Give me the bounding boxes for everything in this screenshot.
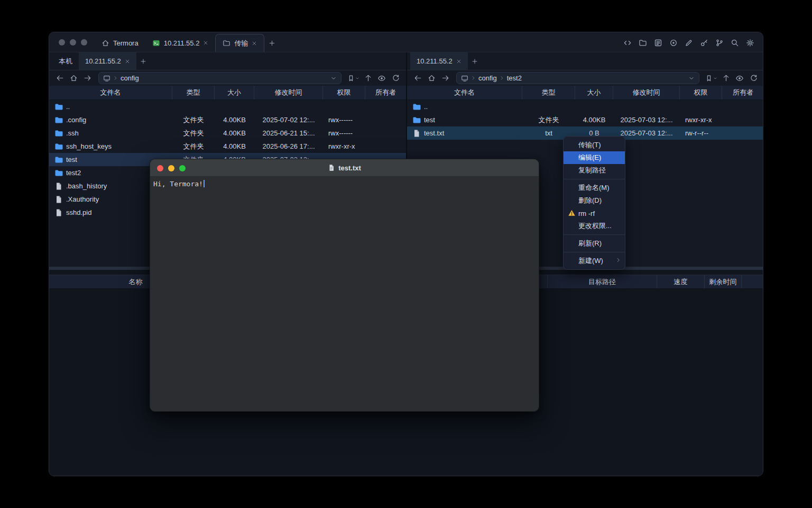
column-header-type[interactable]: 类型 (172, 86, 215, 99)
refresh-icon[interactable] (389, 72, 402, 84)
column-header-name[interactable]: 文件名 (49, 86, 172, 99)
tab-transfer[interactable]: 传输 (215, 34, 264, 52)
panel-tab-local[interactable]: 本机 (52, 52, 79, 70)
close-window-button[interactable] (157, 165, 163, 171)
settings-icon[interactable] (745, 38, 754, 47)
host-terminal-icon (152, 39, 160, 47)
editor-content[interactable]: Hi, Termora! (150, 177, 539, 191)
column-header-size[interactable]: 大小 (215, 86, 254, 99)
editor-titlebar[interactable]: test.txt (150, 159, 539, 177)
table-row[interactable]: .. (49, 100, 406, 113)
column-header-mtime[interactable]: 修改时间 (613, 86, 680, 99)
refresh-icon[interactable] (747, 72, 760, 84)
back-icon[interactable] (53, 72, 66, 84)
show-hidden-eye-icon[interactable] (733, 72, 746, 84)
chevron-down-icon[interactable] (688, 75, 695, 81)
menu-item-label: 刷新(R) (578, 239, 602, 248)
close-tab-icon[interactable] (252, 41, 257, 46)
menu-item-copy-path[interactable]: 复制路径 (564, 164, 625, 177)
warning-icon (568, 209, 576, 219)
tab-label: 10.211.55.2 (85, 57, 121, 65)
forward-icon[interactable] (81, 72, 94, 84)
branch-icon[interactable] (715, 38, 724, 47)
menu-separator (564, 234, 625, 235)
key-icon[interactable] (699, 38, 708, 47)
close-tab-icon[interactable] (456, 59, 462, 64)
file-icon (54, 195, 63, 204)
column-header-size[interactable]: 大小 (575, 86, 613, 99)
log-icon[interactable] (653, 38, 662, 47)
back-icon[interactable] (411, 72, 424, 84)
panel-new-tab-button[interactable] (468, 52, 482, 70)
column-header-name[interactable]: 文件名 (407, 86, 522, 99)
close-tab-icon[interactable] (125, 59, 130, 64)
column-header-eta[interactable]: 剩余时间 (705, 275, 742, 288)
bookmark-dropdown[interactable] (704, 75, 718, 82)
panel-tab-host[interactable]: 10.211.55.2 (410, 52, 468, 70)
column-header-target-path[interactable]: 目标路径 (548, 275, 657, 288)
breadcrumb-segment[interactable]: test2 (507, 74, 522, 82)
parent-directory-icon[interactable] (362, 72, 374, 84)
panel-new-tab-button[interactable] (136, 52, 150, 70)
panel-tab-host[interactable]: 10.211.55.2 (79, 52, 136, 70)
new-tab-button[interactable] (264, 34, 279, 52)
folder-icon[interactable] (638, 38, 647, 47)
file-icon (54, 182, 63, 190)
forward-icon[interactable] (439, 72, 451, 84)
column-header-owner[interactable]: 所有者 (365, 86, 406, 99)
chevron-down-icon (355, 76, 359, 80)
table-row[interactable]: .ssh 文件夹 4.00KB 2025-06-21 15:... rwx---… (49, 126, 406, 140)
column-header-type[interactable]: 类型 (522, 86, 575, 99)
table-row[interactable]: .config 文件夹 4.00KB 2025-07-02 12:... rwx… (49, 113, 406, 126)
home-icon[interactable] (67, 72, 80, 84)
menu-item-label: 删除(D) (578, 196, 602, 205)
parent-directory-icon[interactable] (719, 72, 732, 84)
path-field[interactable]: config test2 (456, 72, 699, 84)
menu-item-edit[interactable]: 编辑(E) (564, 151, 625, 164)
pencil-icon[interactable] (684, 38, 693, 47)
minimize-window-button[interactable] (70, 39, 76, 46)
breadcrumb-segment[interactable]: config (478, 74, 497, 82)
record-icon[interactable] (669, 38, 678, 47)
menu-item-rm-rf[interactable]: rm -rf (564, 207, 625, 220)
menu-item-refresh[interactable]: 刷新(R) (564, 237, 625, 250)
code-icon[interactable] (623, 38, 632, 47)
table-row[interactable]: test 文件夹 4.00KB 2025-07-03 12:... rwxr-x… (407, 113, 763, 126)
column-header-perm[interactable]: 权限 (680, 86, 722, 99)
menu-item-delete[interactable]: 删除(D) (564, 194, 625, 207)
minimize-window-button[interactable] (168, 165, 174, 171)
zoom-window-button[interactable] (81, 39, 87, 46)
column-header-speed[interactable]: 速度 (657, 275, 705, 288)
show-hidden-eye-icon[interactable] (375, 72, 388, 84)
breadcrumb-segment[interactable]: config (121, 74, 139, 82)
home-icon[interactable] (425, 72, 438, 84)
menu-item-new[interactable]: 新建(W) (564, 255, 625, 267)
folder-icon (54, 116, 63, 124)
breadcrumb-separator-icon (113, 76, 118, 80)
tab-host[interactable]: 10.211.55.2 (145, 34, 216, 52)
column-header-perm[interactable]: 权限 (323, 86, 365, 99)
menu-item-chmod[interactable]: 更改权限... (564, 220, 625, 232)
zoom-window-button[interactable] (179, 165, 186, 171)
table-row[interactable]: ssh_host_keys 文件夹 4.00KB 2025-06-26 17:.… (49, 140, 406, 153)
column-header-mtime[interactable]: 修改时间 (254, 86, 323, 99)
tab-label: 10.211.55.2 (417, 57, 453, 65)
folder-icon (54, 169, 63, 177)
chevron-down-icon (713, 76, 717, 80)
tab-termora[interactable]: Termora (95, 34, 145, 52)
menu-item-transfer[interactable]: 传输(T) (564, 139, 625, 151)
bookmark-dropdown[interactable] (346, 75, 361, 82)
menu-item-rename[interactable]: 重命名(M) (564, 182, 625, 194)
file-name: test (424, 116, 435, 124)
close-tab-icon[interactable] (203, 40, 208, 46)
close-window-button[interactable] (59, 39, 65, 46)
folder-icon (412, 116, 421, 124)
table-row[interactable]: .. (407, 100, 763, 113)
path-field[interactable]: config (98, 72, 342, 84)
file-table-header: 文件名 类型 大小 修改时间 权限 所有者 (407, 86, 763, 100)
file-name: sshd.pid (66, 208, 91, 216)
search-icon[interactable] (730, 38, 739, 47)
file-name: test2 (66, 169, 81, 177)
chevron-down-icon[interactable] (330, 75, 337, 81)
column-header-owner[interactable]: 所有者 (722, 86, 763, 99)
